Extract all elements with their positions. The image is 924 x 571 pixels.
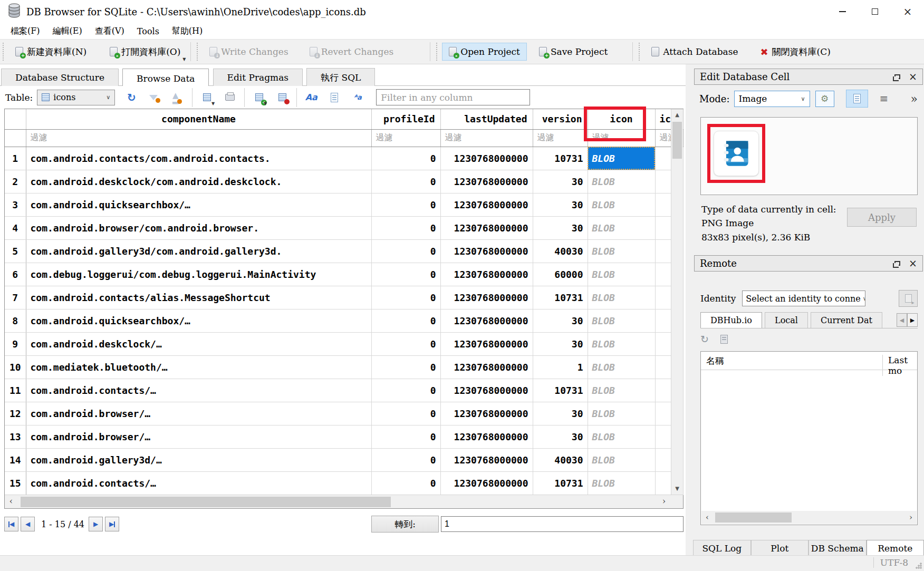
cell-componentname[interactable]: com.debug.loggerui/com.debug.loggerui.Ma… [26, 263, 371, 286]
cell-componentname[interactable]: com.android.gallery3d/com.android.galler… [26, 239, 371, 263]
cell-profileid[interactable]: 0 [371, 425, 440, 448]
panel-splitter[interactable] [686, 64, 693, 555]
cell-lastupdated[interactable]: 1230768000000 [440, 239, 533, 263]
cell-icon-blob[interactable]: BLOB [588, 379, 655, 402]
cell-lastupdated[interactable]: 1230768000000 [440, 471, 533, 495]
filter-input-profileid[interactable]: 過濾 [371, 129, 440, 147]
cell-icon-blob[interactable]: BLOB [588, 193, 655, 216]
insert-record-button[interactable]: ▼ [250, 90, 268, 105]
row-number[interactable]: 4 [5, 216, 26, 239]
row-number[interactable]: 13 [5, 425, 26, 448]
attach-database-button[interactable]: Attach Database [644, 43, 745, 61]
close-database-button[interactable]: ✖ 關閉資料庫(C) [753, 42, 837, 62]
tab-database-structure[interactable]: Database Structure [1, 69, 119, 86]
close-button[interactable]: × [891, 0, 924, 23]
cell-componentname[interactable]: com.android.browser/… [26, 425, 371, 448]
tab-edit-pragmas[interactable]: Edit Pragmas [213, 69, 303, 86]
row-number[interactable]: 15 [5, 471, 26, 495]
tab-scroll-left-icon[interactable]: ◀ [897, 313, 907, 327]
minimize-button[interactable] [826, 0, 859, 23]
cell-version[interactable]: 10731 [533, 379, 588, 402]
row-number[interactable]: 7 [5, 286, 26, 309]
cell-version[interactable]: 40030 [533, 239, 588, 263]
filter-input-icon[interactable]: 過濾 [588, 129, 655, 147]
column-header-lastupdated[interactable]: lastUpdated [440, 109, 533, 129]
cell-icon-blob[interactable]: BLOB [588, 263, 655, 286]
open-database-button[interactable]: 打開資料庫(O) ▼ [103, 42, 187, 62]
more-options-icon[interactable]: » [911, 92, 918, 105]
column-header-componentname[interactable]: componentName [26, 109, 371, 129]
cell-icon-blob[interactable]: BLOB [588, 448, 655, 471]
tab-plot[interactable]: Plot [751, 540, 809, 556]
filter-any-column-input[interactable] [376, 89, 530, 105]
cell-version[interactable]: 10731 [533, 471, 588, 495]
identity-select[interactable]: Select an identity to conne ∨ [742, 291, 865, 306]
menu-file[interactable]: 檔案(F) [4, 25, 46, 38]
remote-column-name[interactable]: 名稱 [706, 355, 724, 367]
cell-lastupdated[interactable]: 1230768000000 [440, 332, 533, 355]
encoding-b-button[interactable]: ᴬa [349, 90, 367, 105]
cell-version[interactable]: 10731 [533, 147, 588, 170]
cell-icon-blob[interactable]: BLOB [588, 332, 655, 355]
cell-lastupdated[interactable]: 1230768000000 [440, 263, 533, 286]
row-number[interactable]: 2 [5, 170, 26, 193]
cell-profileid[interactable]: 0 [371, 471, 440, 495]
cell-lastupdated[interactable]: 1230768000000 [440, 193, 533, 216]
cell-profileid[interactable]: 0 [371, 216, 440, 239]
cell-componentname[interactable]: com.android.gallery3d/… [26, 448, 371, 471]
row-number[interactable]: 5 [5, 239, 26, 263]
open-external-button[interactable] [325, 90, 343, 105]
cell-lastupdated[interactable]: 1230768000000 [440, 170, 533, 193]
cell-version[interactable]: 60000 [533, 263, 588, 286]
cell-profileid[interactable]: 0 [371, 170, 440, 193]
row-number[interactable]: 10 [5, 355, 26, 379]
vertical-scroll-thumb[interactable] [672, 122, 682, 159]
menu-view[interactable]: 查看(V) [89, 25, 131, 38]
tab-dbhub[interactable]: DBHub.io [700, 312, 762, 328]
tab-remote[interactable]: Remote [867, 540, 924, 556]
cell-icon-blob[interactable]: BLOB [588, 170, 655, 193]
cell-lastupdated[interactable]: 1230768000000 [440, 216, 533, 239]
open-database-dropdown-icon[interactable]: ▼ [182, 57, 186, 62]
horizontal-scrollbar[interactable]: ‹ › [5, 495, 683, 508]
menu-tools[interactable]: Tools [131, 25, 166, 37]
print-button[interactable] [221, 90, 239, 105]
remote-scroll-thumb[interactable] [715, 512, 792, 522]
cell-profileid[interactable]: 0 [371, 263, 440, 286]
cell-icon-blob[interactable]: BLOB [588, 147, 655, 170]
row-number[interactable]: 3 [5, 193, 26, 216]
filter-input-lastupdated[interactable]: 過濾 [440, 129, 533, 147]
horizontal-scroll-thumb[interactable] [21, 497, 391, 507]
cell-lastupdated[interactable]: 1230768000000 [440, 355, 533, 379]
cell-icon-blob[interactable]: BLOB [588, 216, 655, 239]
column-header-profileid[interactable]: profileId [371, 109, 440, 129]
cell-profileid[interactable]: 0 [371, 286, 440, 309]
cell-profileid[interactable]: 0 [371, 239, 440, 263]
cell-version[interactable]: 30 [533, 193, 588, 216]
cell-version[interactable]: 30 [533, 216, 588, 239]
row-number[interactable]: 11 [5, 379, 26, 402]
cell-version[interactable]: 30 [533, 309, 588, 332]
scroll-right-icon[interactable]: › [658, 495, 670, 508]
cell-icon-blob[interactable]: BLOB [588, 402, 655, 425]
clear-filters-button[interactable] [147, 90, 165, 105]
goto-button[interactable]: 轉到: [371, 516, 439, 533]
cell-version[interactable]: 30 [533, 425, 588, 448]
menu-help[interactable]: 幫助(H) [166, 25, 209, 38]
first-page-button[interactable]: ◀ [4, 517, 18, 531]
cell-profileid[interactable]: 0 [371, 147, 440, 170]
cell-profileid[interactable]: 0 [371, 193, 440, 216]
cell-version[interactable]: 30 [533, 332, 588, 355]
cell-lastupdated[interactable]: 1230768000000 [440, 379, 533, 402]
cell-componentname[interactable]: com.android.contacts/com.android.contact… [26, 147, 371, 170]
cell-lastupdated[interactable]: 1230768000000 [440, 309, 533, 332]
cell-profileid[interactable]: 0 [371, 355, 440, 379]
insert-record-dropdown-icon[interactable]: ▼ [264, 101, 267, 106]
maximize-button[interactable] [859, 0, 891, 23]
cell-version[interactable]: 40030 [533, 448, 588, 471]
remote-refresh-icon[interactable]: ↻ [700, 333, 709, 345]
cell-lastupdated[interactable]: 1230768000000 [440, 448, 533, 471]
scroll-up-icon[interactable]: ▲ [671, 109, 683, 121]
cell-icon-blob[interactable]: BLOB [588, 239, 655, 263]
remote-horizontal-scrollbar[interactable]: ‹ › [701, 511, 917, 524]
